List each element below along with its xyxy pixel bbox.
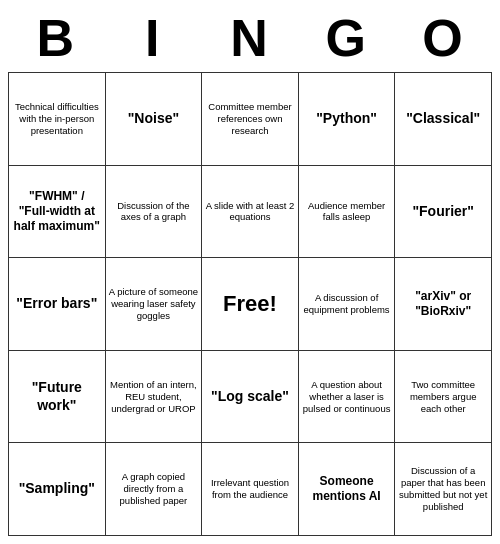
bingo-cell-3: "Python" [299, 73, 396, 166]
bingo-cell-21: A graph copied directly from a published… [106, 443, 203, 536]
bingo-title: B I N G O [8, 8, 492, 68]
bingo-cell-15: "Future work" [9, 351, 106, 444]
bingo-cell-8: Audience member falls asleep [299, 166, 396, 259]
bingo-cell-9: "Fourier" [395, 166, 492, 259]
title-g: G [298, 8, 395, 68]
bingo-cell-23: Someone mentions AI [299, 443, 396, 536]
bingo-cell-2: Committee member references own research [202, 73, 299, 166]
bingo-cell-12: Free! [202, 258, 299, 351]
title-b: B [8, 8, 105, 68]
bingo-cell-16: Mention of an intern, REU student, under… [106, 351, 203, 444]
bingo-cell-7: A slide with at least 2 equations [202, 166, 299, 259]
bingo-cell-6: Discussion of the axes of a graph [106, 166, 203, 259]
title-o: O [395, 8, 492, 68]
bingo-cell-11: A picture of someone wearing laser safet… [106, 258, 203, 351]
bingo-cell-1: "Noise" [106, 73, 203, 166]
bingo-cell-10: "Error bars" [9, 258, 106, 351]
bingo-cell-0: Technical difficulties with the in-perso… [9, 73, 106, 166]
bingo-cell-17: "Log scale" [202, 351, 299, 444]
bingo-cell-19: Two committee members argue each other [395, 351, 492, 444]
bingo-cell-20: "Sampling" [9, 443, 106, 536]
title-i: I [105, 8, 202, 68]
bingo-cell-5: "FWHM" / "Full-width at half maximum" [9, 166, 106, 259]
bingo-cell-22: Irrelevant question from the audience [202, 443, 299, 536]
bingo-cell-24: Discussion of a paper that has been subm… [395, 443, 492, 536]
bingo-cell-18: A question about whether a laser is puls… [299, 351, 396, 444]
bingo-cell-14: "arXiv" or "BioRxiv" [395, 258, 492, 351]
bingo-cell-4: "Classical" [395, 73, 492, 166]
title-n: N [202, 8, 299, 68]
bingo-grid: Technical difficulties with the in-perso… [8, 72, 492, 536]
bingo-cell-13: A discussion of equipment problems [299, 258, 396, 351]
